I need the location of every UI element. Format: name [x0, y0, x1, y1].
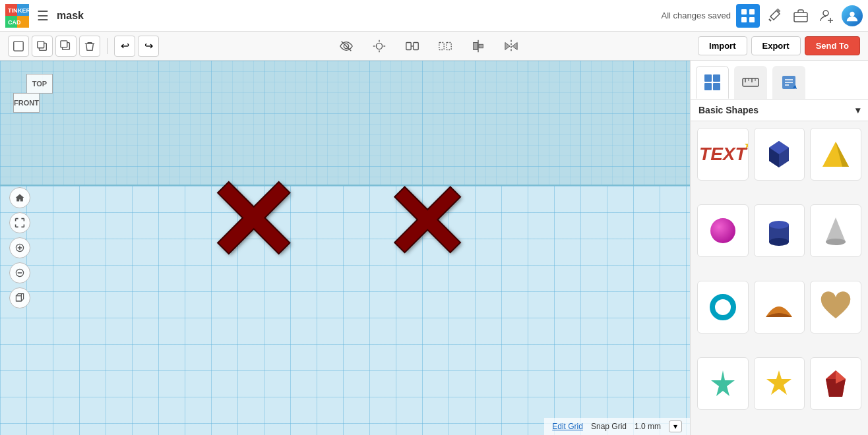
visibility-toggle[interactable] [334, 36, 359, 57]
shape-preview-sphere [706, 214, 739, 247]
svg-rect-31 [413, 42, 418, 49]
svg-rect-18 [14, 41, 23, 50]
svg-rect-9 [741, 17, 747, 22]
zoom-out-button[interactable] [9, 262, 30, 283]
snap-grid-label: Snap Grid [591, 422, 627, 431]
notes-tab[interactable] [772, 66, 805, 99]
dropdown-chevron-icon: ▾ [855, 105, 860, 115]
shape-item-rooftile[interactable] [754, 281, 805, 334]
shape-item-star[interactable] [754, 357, 805, 410]
nav-right-icons [736, 4, 863, 28]
projects-button[interactable] [789, 4, 813, 28]
view-cube-front[interactable]: FRONT [13, 93, 40, 113]
menu-icon[interactable]: ☰ [34, 5, 51, 26]
add-user-button[interactable] [815, 4, 839, 28]
viewport-controls [9, 187, 30, 308]
3d-view-button[interactable] [9, 287, 30, 308]
svg-point-17 [850, 11, 854, 16]
save-status: All changes saved [661, 11, 731, 20]
duplicate-button[interactable] [55, 36, 77, 57]
fit-view-button[interactable] [9, 212, 30, 233]
svg-marker-68 [826, 218, 846, 242]
shapes-dropdown-label: Basic Shapes [698, 105, 759, 115]
toolbar: ↩ ↪ [0, 32, 868, 61]
user-avatar[interactable] [842, 5, 863, 26]
svg-rect-20 [38, 41, 44, 47]
align-button[interactable] [466, 36, 491, 57]
snap-dropdown-button[interactable]: ▾ [669, 420, 682, 432]
send-to-button[interactable]: Send To [805, 36, 860, 55]
shapes-grid: TEXT ★ [691, 121, 868, 435]
app-logo[interactable]: TIN KER CAD [5, 4, 29, 28]
svg-text:TIN: TIN [8, 7, 18, 14]
shape-item-cylinder[interactable] [754, 204, 805, 257]
svg-rect-8 [749, 9, 755, 14]
ungroup-button[interactable] [433, 36, 458, 57]
shapes-tab[interactable] [696, 66, 729, 99]
shape-preview-text: TEXT ★ [706, 138, 739, 171]
left-x-shape[interactable]: ✕ [204, 166, 298, 278]
redo-button[interactable]: ↪ [138, 36, 159, 57]
right-panel: Basic Shapes ▾ TEXT ★ [690, 61, 868, 435]
svg-rect-46 [704, 74, 712, 82]
shape-item-sphere[interactable] [697, 204, 749, 257]
light-button[interactable] [367, 36, 392, 57]
view-cube[interactable]: TOP FRONT [13, 74, 66, 127]
svg-rect-12 [794, 13, 807, 22]
shape-item-pyramid[interactable] [810, 128, 861, 181]
shape-item-text[interactable]: TEXT ★ [697, 128, 749, 181]
copy-button[interactable] [32, 36, 53, 57]
shape-item-cone[interactable] [810, 204, 861, 257]
grid-view-button[interactable] [736, 4, 760, 28]
svg-marker-39 [512, 42, 516, 49]
undo-button[interactable]: ↩ [114, 36, 135, 57]
shape-preview-pyramid [819, 138, 852, 171]
status-bar: Edit Grid Snap Grid 1.0 mm ▾ [544, 418, 690, 435]
shape-item-heart[interactable] [810, 281, 861, 334]
svg-marker-71 [766, 370, 791, 395]
ruler-tab[interactable] [734, 66, 767, 99]
view-cube-top[interactable]: TOP [26, 74, 53, 94]
group-button[interactable] [400, 36, 425, 57]
tools-button[interactable] [762, 4, 786, 28]
shape-preview-torus [706, 291, 739, 324]
svg-rect-10 [749, 17, 755, 22]
home-view-button[interactable] [9, 187, 30, 208]
svg-point-66 [769, 221, 789, 229]
mirror-button[interactable] [499, 36, 524, 57]
svg-rect-30 [406, 42, 410, 49]
shape-preview-star [762, 367, 795, 400]
edit-grid-link[interactable]: Edit Grid [552, 422, 583, 431]
shape-item-gem[interactable] [810, 357, 861, 410]
shapes-category-dropdown[interactable]: Basic Shapes ▾ [691, 100, 868, 121]
3d-viewport[interactable]: ✕ ✕ TOP FRONT [0, 61, 690, 435]
svg-point-67 [769, 238, 789, 246]
new-shape-button[interactable] [8, 36, 29, 57]
toolbar-right: Import Export Send To [698, 36, 860, 55]
shape-item-box[interactable] [754, 128, 805, 181]
shape-item-starburst[interactable] [697, 357, 749, 410]
svg-marker-38 [505, 42, 509, 49]
shape-preview-box [762, 138, 795, 171]
svg-point-25 [376, 43, 382, 49]
snap-value: 1.0 mm [635, 422, 661, 431]
svg-rect-47 [713, 74, 720, 82]
shape-preview-cone [819, 214, 852, 247]
zoom-in-button[interactable] [9, 237, 30, 258]
svg-rect-45 [16, 296, 21, 301]
panel-tabs [691, 61, 868, 100]
shape-preview-cylinder [762, 214, 795, 247]
svg-text:KER: KER [18, 7, 29, 14]
svg-rect-32 [439, 42, 443, 49]
shape-item-torus[interactable] [697, 281, 749, 334]
shape-preview-heart [819, 291, 852, 324]
project-name[interactable]: mask [57, 10, 84, 22]
svg-marker-70 [711, 370, 735, 396]
delete-button[interactable] [79, 36, 100, 57]
export-button[interactable]: Export [751, 36, 801, 55]
right-x-shape[interactable]: ✕ [383, 173, 468, 275]
svg-text:CAD: CAD [8, 19, 21, 26]
main-area: ✕ ✕ TOP FRONT [0, 61, 868, 435]
import-button[interactable]: Import [698, 36, 747, 55]
svg-point-14 [823, 11, 828, 16]
